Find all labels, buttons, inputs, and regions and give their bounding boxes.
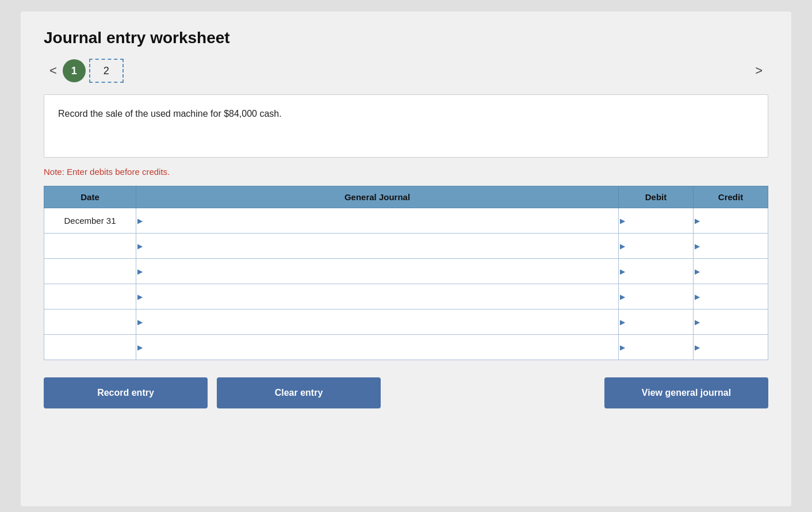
cell-journal-0[interactable]: ▶ <box>136 208 619 234</box>
cell-debit-2[interactable]: ▶ <box>619 259 694 284</box>
cell-debit-5[interactable]: ▶ <box>619 335 694 360</box>
cell-credit-4[interactable]: ▶ <box>694 310 768 335</box>
navigation-row: < 1 2 > <box>44 59 768 83</box>
journal-input-1[interactable] <box>139 234 616 258</box>
cell-journal-3[interactable]: ▶ <box>136 284 619 310</box>
cell-credit-2[interactable]: ▶ <box>694 259 768 284</box>
cell-date-1 <box>44 234 136 259</box>
debit-input-4[interactable] <box>621 310 691 334</box>
journal-input-4[interactable] <box>139 310 616 334</box>
cell-credit-1[interactable]: ▶ <box>694 234 768 259</box>
credit-input-1[interactable] <box>696 234 765 258</box>
cell-credit-5[interactable]: ▶ <box>694 335 768 360</box>
cell-debit-3[interactable]: ▶ <box>619 284 694 310</box>
credit-input-4[interactable] <box>696 310 765 334</box>
credit-input-2[interactable] <box>696 259 765 284</box>
header-date: Date <box>44 186 136 208</box>
button-row: Record entry Clear entry View general jo… <box>44 377 768 408</box>
journal-input-2[interactable] <box>139 259 616 284</box>
main-container: Journal entry worksheet < 1 2 > Record t… <box>21 12 791 506</box>
journal-input-3[interactable] <box>139 284 616 309</box>
cell-journal-2[interactable]: ▶ <box>136 259 619 284</box>
view-general-journal-button[interactable]: View general journal <box>604 377 768 408</box>
debit-input-0[interactable] <box>621 208 691 233</box>
cell-journal-1[interactable]: ▶ <box>136 234 619 259</box>
credit-input-3[interactable] <box>696 284 765 309</box>
cell-credit-3[interactable]: ▶ <box>694 284 768 310</box>
note-text: Note: Enter debits before credits. <box>44 167 768 177</box>
header-debit: Debit <box>619 186 694 208</box>
next-arrow[interactable]: > <box>749 61 768 81</box>
header-journal: General Journal <box>136 186 619 208</box>
journal-input-5[interactable] <box>139 335 616 360</box>
cell-date-0: December 31 <box>44 208 136 234</box>
prev-arrow[interactable]: < <box>44 61 63 81</box>
cell-debit-4[interactable]: ▶ <box>619 310 694 335</box>
cell-date-5 <box>44 335 136 360</box>
clear-entry-button[interactable]: Clear entry <box>217 377 381 408</box>
page-title: Journal entry worksheet <box>44 29 768 47</box>
table-row: ▶▶▶ <box>44 259 768 284</box>
table-row: ▶▶▶ <box>44 310 768 335</box>
step-1-circle[interactable]: 1 <box>63 59 86 82</box>
journal-input-0[interactable] <box>139 208 616 233</box>
debit-input-1[interactable] <box>621 234 691 258</box>
table-row: December 31▶▶▶ <box>44 208 768 234</box>
cell-journal-4[interactable]: ▶ <box>136 310 619 335</box>
table-row: ▶▶▶ <box>44 284 768 310</box>
cell-date-3 <box>44 284 136 310</box>
cell-debit-1[interactable]: ▶ <box>619 234 694 259</box>
cell-credit-0[interactable]: ▶ <box>694 208 768 234</box>
cell-date-4 <box>44 310 136 335</box>
record-entry-button[interactable]: Record entry <box>44 377 208 408</box>
cell-date-2 <box>44 259 136 284</box>
step-2-box[interactable]: 2 <box>89 59 124 83</box>
instruction-text: Record the sale of the used machine for … <box>58 106 754 121</box>
journal-table: Date General Journal Debit Credit Decemb… <box>44 186 768 360</box>
debit-input-5[interactable] <box>621 335 691 360</box>
debit-input-3[interactable] <box>621 284 691 309</box>
cell-journal-5[interactable]: ▶ <box>136 335 619 360</box>
cell-debit-0[interactable]: ▶ <box>619 208 694 234</box>
instruction-box: Record the sale of the used machine for … <box>44 94 768 158</box>
credit-input-5[interactable] <box>696 335 765 360</box>
debit-input-2[interactable] <box>621 259 691 284</box>
header-credit: Credit <box>694 186 768 208</box>
table-row: ▶▶▶ <box>44 335 768 360</box>
credit-input-0[interactable] <box>696 208 765 233</box>
table-row: ▶▶▶ <box>44 234 768 259</box>
